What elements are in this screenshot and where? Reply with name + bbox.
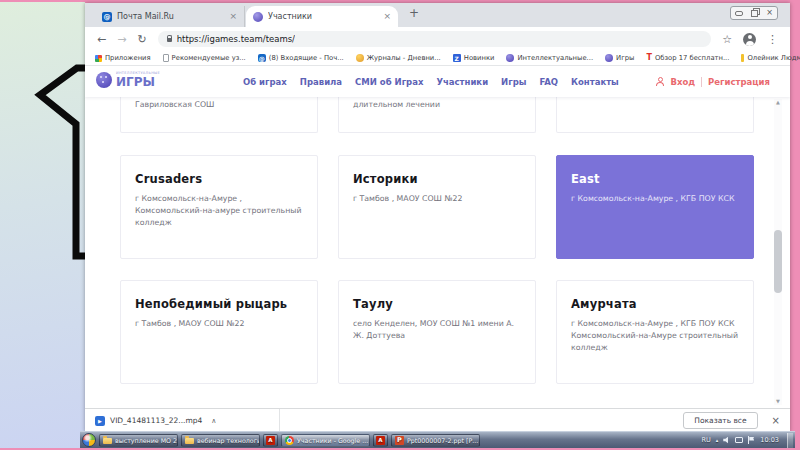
scrollbar-thumb[interactable] (774, 230, 782, 293)
logo-sphere-icon (96, 72, 112, 88)
apps-grid-icon (95, 55, 102, 62)
team-title: Таулу (353, 297, 521, 311)
tab-title: Почта Mail.Ru (117, 12, 224, 21)
chrome-icon (285, 436, 294, 445)
team-desc: г Тамбов , МАОУ СОШ №22 (353, 193, 521, 205)
logo-title: ИГРЫ (116, 76, 160, 88)
team-title: Историки (353, 172, 521, 186)
taskbar-item-adobe[interactable]: A (373, 434, 388, 447)
taskbar-item-folder1[interactable]: выступление МО 20... (99, 434, 178, 447)
forward-icon[interactable]: → (117, 34, 126, 45)
nav-media[interactable]: СМИ об Играх (355, 77, 423, 87)
nav-faq[interactable]: FAQ (539, 77, 558, 87)
page-scrollbar[interactable]: ▲ ▼ (774, 99, 782, 405)
reload-icon[interactable]: ↻ (137, 34, 146, 45)
folder-icon (185, 438, 194, 444)
secure-lock-icon (167, 38, 172, 42)
nav-about-games[interactable]: Об играх (243, 77, 287, 87)
tab-close-icon[interactable]: × (229, 12, 237, 21)
tray-expand-icon[interactable]: ▴ (716, 437, 719, 443)
taskbar-item-powerpoint[interactable]: P Ppt0000007-2.ppt [Р... (391, 434, 480, 447)
nav-rules[interactable]: Правила (300, 77, 342, 87)
start-button-icon[interactable] (82, 433, 96, 447)
team-title: East (571, 172, 739, 186)
team-desc: г Тамбов , МАОУ СОШ №22 (135, 318, 303, 330)
show-all-downloads-button[interactable]: Показать все (683, 412, 757, 429)
bookmark-apps[interactable]: Приложения (95, 54, 151, 62)
address-bar[interactable]: https://igames.team/teams/ (158, 31, 711, 47)
minimize-icon[interactable] (735, 11, 743, 16)
adobe-icon: A (376, 436, 385, 445)
bookmark-intellectual[interactable]: Интеллектуальные... (506, 54, 593, 62)
download-item[interactable]: ▶ VID_41481113_22...mp4 ∧ (95, 409, 280, 432)
system-tray: RU ▴ 10:03 (701, 433, 793, 448)
speaker-icon[interactable] (723, 437, 730, 444)
bookmark-inbox[interactable]: @ (8) Входящие - Поч... (258, 54, 344, 62)
team-desc: село Кенделен, МОУ СОШ №1 имени А. Ж. До… (353, 318, 521, 342)
bookmark-novelties[interactable]: Z Новинки (453, 54, 495, 62)
window-controls: × (730, 6, 778, 20)
monitor-icon[interactable] (735, 437, 743, 443)
bookmark-journals[interactable]: Журналы - Дневни... (356, 54, 441, 62)
nav-games[interactable]: Игры (501, 77, 526, 87)
browser-toolbar: ← → ↻ https://igames.team/teams/ ☆ ⋮ (85, 27, 790, 51)
bookmark-games[interactable]: Игры (605, 54, 634, 62)
team-desc: г Комсомольск-на-Амуре , Комсомольский-н… (135, 193, 303, 229)
language-indicator[interactable]: RU (701, 436, 710, 444)
bookmark-review[interactable]: T Обзор 17 бесплатн... (646, 54, 729, 62)
team-desc: г Комсомольск-на-Амуре , КГБ ПОУ КСК Ком… (571, 318, 739, 354)
download-menu-chevron-icon[interactable]: ∧ (211, 417, 216, 425)
team-card-crusaders[interactable]: Crusaders г Комсомольск-на-Амуре , Комсо… (120, 155, 318, 259)
team-card-istoriki[interactable]: Историки г Тамбов , МАОУ СОШ №22 (338, 155, 536, 259)
restore-icon[interactable] (751, 10, 758, 17)
profile-avatar[interactable] (743, 33, 756, 46)
page-icon (163, 54, 169, 62)
powerpoint-icon: P (395, 436, 404, 445)
zen-icon: Z (453, 54, 461, 62)
new-tab-button[interactable]: + (409, 6, 419, 20)
team-card-amurchata[interactable]: Амурчата г Комсомольск-на-Амуре , КГБ ПО… (556, 280, 754, 384)
games-sphere-icon (506, 54, 514, 62)
tab-mail[interactable]: @ Почта Mail.Ru × (95, 6, 245, 27)
show-desktop-button[interactable] (787, 433, 793, 448)
team-card-east-highlighted[interactable]: East г Комсомольск-на-Амуре , КГБ ПОУ КС… (556, 155, 754, 259)
clock[interactable]: 10:03 (760, 436, 779, 444)
tab-participants[interactable]: Участники × (246, 6, 398, 27)
site-logo[interactable]: ИНТЕЛЛЕКТУАЛЬНЫЕ ИГРЫ (96, 71, 160, 88)
close-window-icon[interactable]: × (766, 9, 773, 17)
windows-taskbar: выступление МО 20... вебинар технологи..… (80, 431, 795, 448)
team-title: Непобедимый рыцарь (135, 297, 303, 311)
team-desc: длительном лечении (353, 99, 521, 111)
bookmark-recommended[interactable]: Рекомендуемые уз... (163, 54, 246, 62)
team-desc: г Комсомольск-на-Амуре , КГБ ПОУ КСК (571, 193, 739, 205)
download-filename: VID_41481113_22...mp4 (110, 416, 202, 425)
nav-contacts[interactable]: Контакты (571, 77, 619, 87)
taskbar-item-chrome-active[interactable]: Участники - Google ... (281, 434, 370, 447)
journal-icon (356, 54, 364, 62)
menu-dots-icon[interactable]: ⋮ (767, 34, 778, 45)
games-sphere-icon (605, 54, 613, 62)
nav-participants[interactable]: Участники (436, 77, 488, 87)
igames-favicon (253, 12, 263, 22)
scroll-up-icon[interactable]: ▲ (776, 99, 780, 106)
login-link[interactable]: Вход (670, 77, 695, 87)
site-nav: Об играх Правила СМИ об Играх Участники … (243, 66, 619, 97)
bookmark-star-icon[interactable]: ☆ (722, 34, 732, 45)
tab-title: Участники (268, 12, 378, 21)
t-letter-icon: T (646, 54, 651, 62)
auth-divider (701, 77, 702, 87)
tab-close-icon[interactable]: × (383, 12, 391, 21)
taskbar-item-folder2[interactable]: вебинар технологи... (181, 434, 260, 447)
close-downloads-icon[interactable]: × (772, 415, 780, 426)
back-icon[interactable]: ← (97, 34, 106, 45)
register-link[interactable]: Регистрация (708, 77, 770, 87)
taskbar-item-pdf[interactable]: A (263, 434, 278, 447)
action-center-flag-icon[interactable] (748, 436, 755, 444)
scroll-down-icon[interactable]: ▼ (776, 398, 780, 405)
mailru-favicon: @ (102, 12, 112, 22)
url-text: https://igames.team/teams/ (177, 34, 295, 44)
team-card-taulu[interactable]: Таулу село Кенделен, МОУ СОШ №1 имени А.… (338, 280, 536, 384)
yellow-bar-icon (741, 54, 744, 62)
bookmark-oleynik[interactable]: Олейник Людмила... (741, 54, 800, 62)
team-card-knight[interactable]: Непобедимый рыцарь г Тамбов , МАОУ СОШ №… (120, 280, 318, 384)
